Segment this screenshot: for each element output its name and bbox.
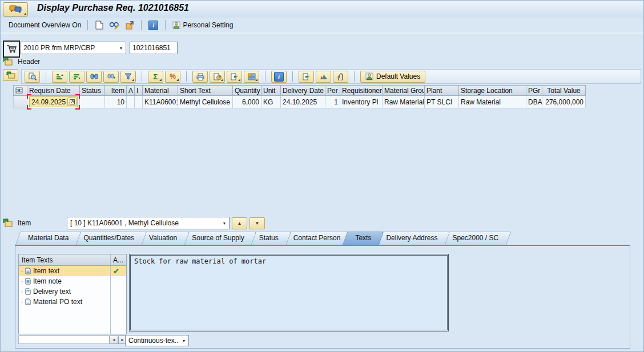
table-layout-icon bbox=[248, 73, 256, 80]
paperclip-icon bbox=[337, 73, 344, 80]
bullet: · bbox=[19, 288, 25, 296]
list-item-item-note[interactable]: · Item note bbox=[19, 276, 126, 286]
column-header[interactable]: Per bbox=[325, 86, 340, 96]
subtotal-button[interactable]: % bbox=[165, 71, 180, 83]
column-header[interactable]: Quantity bbox=[233, 86, 261, 96]
table-row[interactable]: 24.09.2025 10 K11A06001 Methyl Cellulose… bbox=[14, 96, 586, 108]
previous-item-button[interactable]: ▲ bbox=[232, 217, 247, 229]
printer-icon bbox=[196, 73, 204, 80]
other-document-button[interactable] bbox=[122, 19, 137, 31]
titlebar: Display Purchase Req. 1021016851 bbox=[1, 1, 643, 18]
requisitioner-cell: Inventory Pl bbox=[340, 96, 383, 108]
tab-texts[interactable]: Texts bbox=[343, 232, 379, 245]
list-item-item-text[interactable]: · Item text ✔ bbox=[19, 266, 126, 276]
column-header[interactable]: Total Value bbox=[542, 86, 586, 96]
sort-ascending-button[interactable] bbox=[52, 71, 67, 83]
total-button[interactable]: Σ bbox=[148, 71, 163, 83]
chart-icon bbox=[320, 73, 327, 80]
text-editor[interactable]: Stock for raw material of mortar bbox=[130, 255, 448, 330]
personal-setting-button[interactable]: Personal Setting bbox=[170, 19, 236, 31]
divider bbox=[354, 71, 355, 82]
sort-descending-icon bbox=[73, 73, 80, 80]
default-values-button[interactable]: Default Values bbox=[360, 71, 425, 83]
list-item-delivery-text[interactable]: · Delivery text bbox=[19, 286, 126, 297]
column-header[interactable]: Short Text bbox=[178, 86, 233, 96]
attachment-button[interactable] bbox=[333, 71, 348, 83]
export-icon bbox=[231, 73, 239, 80]
dropdown-corner bbox=[238, 79, 240, 81]
per-cell: 1 bbox=[325, 96, 340, 108]
create-document-button[interactable] bbox=[92, 19, 106, 31]
material-cell: K11A06001 bbox=[143, 96, 178, 108]
column-header[interactable]: A bbox=[127, 86, 135, 96]
find-button[interactable] bbox=[86, 71, 102, 83]
column-header[interactable]: Storage Location bbox=[459, 86, 526, 96]
column-header[interactable]: Item bbox=[105, 86, 127, 96]
bullet: · bbox=[19, 298, 25, 306]
list-horizontal-scrollbar[interactable]: ◄ ► bbox=[18, 335, 127, 344]
requisn-date-value: 24.09.2025 bbox=[31, 98, 67, 106]
export-button[interactable] bbox=[227, 71, 242, 83]
down-arrow-icon: ▼ bbox=[255, 221, 260, 226]
tab-source-of-supply[interactable]: Source of Supply bbox=[179, 232, 252, 245]
column-header[interactable]: Material Group bbox=[383, 86, 425, 96]
column-header[interactable]: Plant bbox=[425, 86, 459, 96]
select-all-header[interactable] bbox=[14, 86, 27, 96]
doc-number-input[interactable] bbox=[130, 42, 178, 54]
item-cell: 10 bbox=[105, 96, 127, 108]
sort-descending-button[interactable] bbox=[69, 71, 84, 83]
column-header[interactable]: I bbox=[135, 86, 143, 96]
quantity-cell: 6,000 bbox=[233, 96, 261, 108]
print-button[interactable] bbox=[192, 71, 208, 83]
details-button[interactable] bbox=[25, 71, 40, 83]
column-header[interactable]: Unit bbox=[261, 86, 281, 96]
scroll-left-button[interactable]: ◄ bbox=[110, 335, 118, 344]
row-selector[interactable] bbox=[14, 96, 27, 108]
set-filter-button[interactable] bbox=[120, 71, 136, 83]
copy-item-button[interactable] bbox=[299, 71, 314, 83]
item-dropdown[interactable]: [ 10 ] K11A06001 , Methyl Cellulose ▼ bbox=[67, 217, 230, 229]
requisn-date-field[interactable]: 24.09.2025 bbox=[29, 96, 78, 107]
column-header[interactable]: PGr bbox=[526, 86, 542, 96]
document-overview-button[interactable]: Document Overview On bbox=[6, 20, 83, 30]
info-button[interactable]: i bbox=[146, 19, 161, 32]
collapse-grid-button[interactable] bbox=[3, 69, 18, 81]
tab-spec2000-sc[interactable]: Spec2000 / SC bbox=[440, 232, 506, 245]
shopping-cart-button[interactable] bbox=[3, 41, 20, 58]
list-item-material-po-text[interactable]: · Material PO text bbox=[19, 297, 126, 307]
dropdown-corner bbox=[255, 79, 257, 81]
tab-material-data[interactable]: Material Data bbox=[15, 232, 77, 245]
requisn-date-cell[interactable]: 24.09.2025 bbox=[27, 96, 80, 108]
doc-type-dropdown[interactable]: 2010 PR frm MRP/CBP ▼ bbox=[20, 42, 126, 54]
tab-contact-person[interactable]: Contact Person bbox=[281, 232, 349, 245]
expand-header-icon[interactable] bbox=[3, 57, 13, 66]
graphic-button[interactable] bbox=[316, 71, 331, 83]
expand-item-icon[interactable] bbox=[3, 219, 13, 228]
header-row: Header bbox=[3, 57, 40, 66]
info-icon: i bbox=[274, 72, 284, 82]
layout-button[interactable] bbox=[244, 71, 259, 83]
text-format-dropdown[interactable]: Continuous-tex... ▼ bbox=[125, 335, 189, 346]
system-menu-button[interactable] bbox=[3, 2, 28, 17]
scrollbar-track[interactable] bbox=[18, 335, 110, 344]
display-change-button[interactable] bbox=[106, 19, 122, 31]
column-header[interactable]: Delivery Date bbox=[281, 86, 325, 96]
column-header[interactable]: Status bbox=[80, 86, 105, 96]
other-document-icon bbox=[125, 21, 134, 30]
focus-corner bbox=[75, 105, 80, 110]
next-item-button[interactable]: ▼ bbox=[249, 217, 265, 229]
display-change-icon bbox=[109, 21, 119, 30]
bullet: · bbox=[19, 267, 25, 275]
table-header-row: Requisn Date Status Item A I Material Sh… bbox=[14, 86, 586, 96]
grid-info-button[interactable]: i bbox=[271, 71, 287, 83]
column-header[interactable]: Requisn Date bbox=[27, 86, 80, 96]
column-header[interactable]: Material bbox=[143, 86, 178, 96]
item-label: Item bbox=[18, 219, 67, 227]
views-button[interactable] bbox=[210, 71, 225, 83]
items-table: Requisn Date Status Item A I Material Sh… bbox=[13, 85, 586, 108]
text-document-icon bbox=[25, 288, 31, 295]
tab-quantities-dates[interactable]: Quantities/Dates bbox=[71, 232, 142, 245]
tab-delivery-address[interactable]: Delivery Address bbox=[373, 232, 445, 245]
column-header[interactable]: Requisitioner bbox=[340, 86, 383, 96]
find-next-button[interactable] bbox=[103, 71, 119, 83]
